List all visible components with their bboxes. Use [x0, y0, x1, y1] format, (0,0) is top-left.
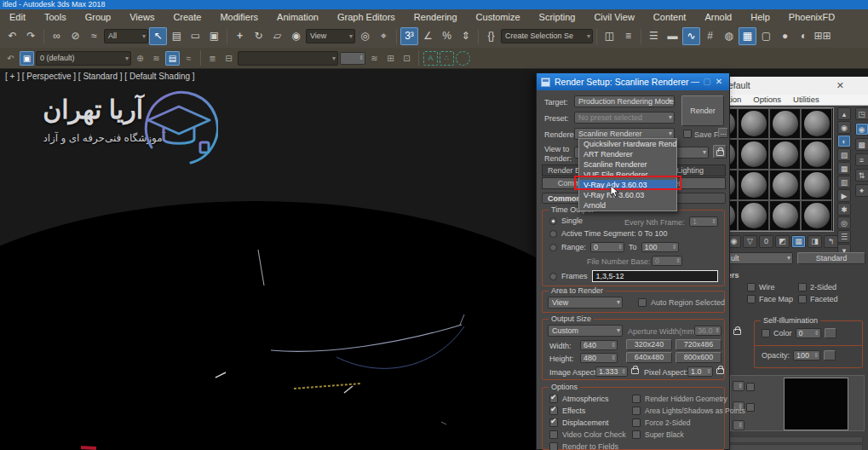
- self-illum-color-swatch[interactable]: [825, 328, 836, 338]
- render-production-icon[interactable]: ●: [776, 27, 794, 45]
- map-checkbox-2[interactable]: [746, 403, 755, 412]
- dock-icon-5[interactable]: ⇅: [855, 169, 868, 182]
- range-radio[interactable]: [549, 244, 557, 251]
- displacement-checkbox[interactable]: [549, 418, 558, 427]
- preset-320x240-button[interactable]: 320x240: [626, 339, 672, 350]
- material-type-button[interactable]: Standard: [797, 252, 865, 264]
- map-checkbox-1[interactable]: [746, 383, 755, 391]
- renderer-option-vray-adv[interactable]: V-Ray Adv 3.60.03: [579, 180, 676, 190]
- create-new-layer-icon[interactable]: ⊕: [133, 51, 147, 66]
- view-lock-button[interactable]: [713, 145, 727, 159]
- render-setup-icon[interactable]: ▦: [739, 27, 756, 45]
- angle-snap-icon[interactable]: ∠: [419, 27, 437, 45]
- active-segment-radio[interactable]: [549, 230, 557, 238]
- renderer-option-vue[interactable]: VUE File Renderer: [579, 170, 676, 180]
- force-2-sided-checkbox[interactable]: [632, 418, 641, 427]
- every-nth-spinner[interactable]: 1: [689, 216, 718, 227]
- area-view-dropdown[interactable]: View: [548, 297, 623, 309]
- freeze-layer-icon[interactable]: ≣: [205, 51, 220, 66]
- named-selection-dropdown[interactable]: Create Selection Se: [501, 29, 593, 43]
- material-slot[interactable]: [738, 108, 769, 139]
- two-sided-checkbox[interactable]: [798, 283, 807, 291]
- dock-icon-6[interactable]: ✦: [855, 184, 868, 197]
- material-slot[interactable]: [769, 170, 801, 200]
- selection-lock-icon[interactable]: [456, 51, 470, 66]
- add-keys-icon[interactable]: ⊞: [383, 51, 398, 66]
- mat-menu-utilities[interactable]: Utilities: [793, 95, 819, 105]
- frames-input[interactable]: 1,3,5-12: [592, 270, 718, 282]
- material-slot[interactable]: [801, 170, 832, 200]
- menu-edit[interactable]: Edit: [0, 9, 35, 25]
- material-lock-icon[interactable]: [733, 329, 741, 335]
- material-slot[interactable]: [769, 139, 801, 170]
- frames-radio[interactable]: [549, 273, 557, 280]
- render-to-fields-checkbox[interactable]: [549, 442, 558, 450]
- preset-800x600-button[interactable]: 800x600: [675, 352, 721, 363]
- rendered-frame-window-icon[interactable]: ▢: [757, 27, 775, 45]
- ribbon-toggle-icon[interactable]: ▬: [664, 27, 681, 45]
- renderer-option-scanline[interactable]: Scanline Renderer: [579, 159, 676, 170]
- select-by-material-icon[interactable]: ◎: [837, 216, 851, 229]
- schematic-view-icon[interactable]: #: [701, 27, 719, 45]
- video-color-check-icon[interactable]: ▥: [837, 176, 851, 188]
- spinner-snap-icon[interactable]: ⇕: [457, 27, 474, 45]
- preset-640x480-button[interactable]: 640x480: [626, 352, 672, 363]
- dock-icon-4[interactable]: ≡: [855, 153, 868, 166]
- menu-modifiers[interactable]: Modifiers: [210, 9, 267, 25]
- preset-720x486-button[interactable]: 720x486: [675, 339, 721, 350]
- single-radio[interactable]: [549, 217, 557, 225]
- undo-scene-icon[interactable]: ↶: [3, 51, 18, 66]
- material-options-icon[interactable]: ✱: [837, 203, 851, 216]
- map-spinner-1[interactable]: [733, 381, 744, 391]
- super-black-checkbox[interactable]: [632, 430, 641, 439]
- output-size-dropdown[interactable]: Custom: [548, 325, 623, 337]
- mat-menu-navigation[interactable]: tion: [728, 95, 741, 105]
- material-slot[interactable]: [738, 139, 769, 170]
- undo-icon[interactable]: ↶: [3, 27, 21, 45]
- material-slot[interactable]: [738, 200, 769, 231]
- material-slot[interactable]: [738, 170, 769, 200]
- select-and-scale-icon[interactable]: ▱: [268, 27, 286, 45]
- rollout-bar-2[interactable]: [727, 444, 863, 450]
- dock-icon-3[interactable]: ▩: [855, 138, 868, 151]
- reference-coordinate-dropdown[interactable]: View: [306, 29, 355, 43]
- opacity-spinner[interactable]: 100: [793, 350, 820, 361]
- height-spinner[interactable]: 480: [580, 353, 618, 363]
- effects-checkbox[interactable]: [549, 407, 558, 415]
- menu-scripting[interactable]: Scripting: [530, 9, 585, 25]
- renderer-option-art[interactable]: ART Renderer: [579, 149, 676, 159]
- save-file-checkbox[interactable]: [683, 130, 692, 138]
- viewport-label[interactable]: [ + ] [ Perspective ] [ Standard ] [ Def…: [5, 72, 195, 81]
- rectangular-selection-region-icon[interactable]: ▭: [187, 27, 204, 45]
- layer-dropdown[interactable]: 0 (default): [36, 51, 131, 66]
- add-selection-to-layer-icon[interactable]: ≋: [149, 51, 164, 66]
- menu-customize[interactable]: Customize: [467, 9, 530, 25]
- hide-layer-icon[interactable]: ⊟: [221, 51, 236, 66]
- close-icon[interactable]: ✕: [713, 73, 725, 90]
- edit-named-selection-icon[interactable]: {}: [482, 27, 500, 45]
- material-name-dropdown[interactable]: ult: [727, 252, 793, 264]
- use-center-icon[interactable]: ◎: [356, 27, 374, 45]
- target-dropdown[interactable]: Production Rendering Mode: [574, 95, 675, 107]
- window-crossing-icon[interactable]: ▣: [205, 27, 223, 45]
- make-unique-icon[interactable]: 0: [759, 235, 773, 248]
- scroll-up-icon[interactable]: ▴: [837, 107, 851, 120]
- material-editor-close-icon[interactable]: ✕: [836, 77, 844, 95]
- selection-filter-dropdown[interactable]: All: [104, 29, 148, 43]
- redo-icon[interactable]: ↷: [22, 27, 40, 45]
- render-hidden-checkbox[interactable]: [632, 395, 641, 403]
- material-slot[interactable]: [801, 139, 832, 170]
- opacity-map-button[interactable]: [824, 350, 836, 361]
- pixel-aspect-lock-icon[interactable]: [716, 368, 724, 374]
- curve-editor-icon[interactable]: ∿: [682, 27, 700, 45]
- select-and-link-icon[interactable]: ∞: [48, 27, 66, 45]
- video-color-check-checkbox[interactable]: [549, 430, 558, 439]
- menu-animation[interactable]: Animation: [267, 9, 328, 25]
- backlight-icon[interactable]: ◐: [837, 135, 851, 147]
- rollout-bar-1[interactable]: [727, 436, 863, 443]
- material-editor-icon[interactable]: ◍: [720, 27, 738, 45]
- align-icon[interactable]: ≡: [619, 27, 637, 45]
- material-editor-titlebar[interactable]: efault ✕: [723, 77, 868, 95]
- menu-tools[interactable]: Tools: [35, 9, 76, 25]
- aperture-spinner[interactable]: 36.0: [694, 326, 721, 336]
